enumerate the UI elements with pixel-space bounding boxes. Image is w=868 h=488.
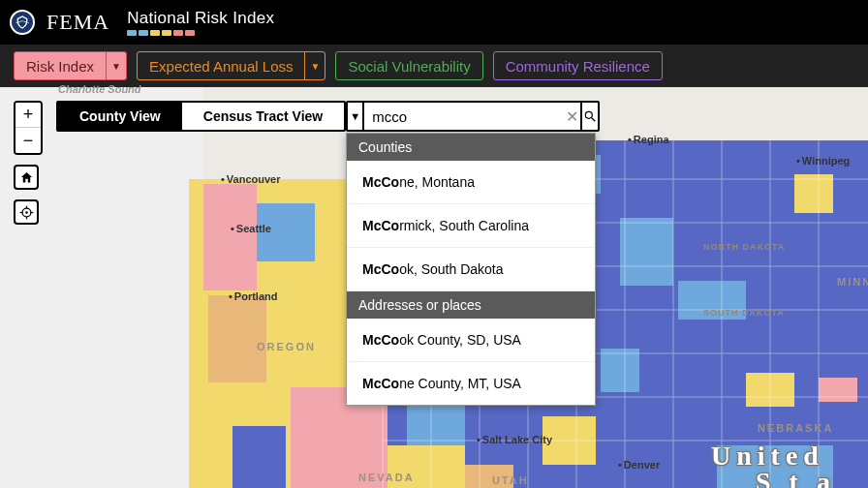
home-icon: [19, 170, 34, 185]
svg-line-46: [592, 118, 596, 122]
home-extent-button[interactable]: [14, 165, 39, 190]
suggestion-item[interactable]: McCook, South Dakota: [347, 248, 595, 291]
search-container: ▼ ✕ Counties McCone, Montana McCormick, …: [346, 101, 600, 132]
suggestion-item[interactable]: McCormick, South Carolina: [347, 204, 595, 248]
community-resilience-button[interactable]: Community Resilience: [493, 51, 663, 80]
map-label: Salt Lake City: [477, 434, 552, 445]
zoom-control: + −: [14, 101, 43, 155]
risk-index-button[interactable]: Risk Index ▼: [14, 51, 127, 80]
expected-annual-loss-button[interactable]: Expected Annual Loss ▼: [137, 51, 326, 80]
zoom-out-button[interactable]: −: [16, 128, 41, 153]
layer-navbar: Risk Index ▼ Expected Annual Loss ▼ Soci…: [0, 45, 868, 87]
search-input[interactable]: [364, 103, 564, 130]
app-header: FEMA National Risk Index: [0, 0, 868, 45]
map-label: Portland: [229, 290, 277, 302]
locate-icon: [19, 205, 34, 220]
suggestion-item[interactable]: McCook County, SD, USA: [347, 319, 595, 362]
search-suggestions: Counties McCone, Montana McCormick, Sout…: [346, 133, 596, 406]
map-label: OREGON: [257, 341, 316, 352]
svg-rect-14: [819, 378, 857, 402]
locate-button[interactable]: [14, 199, 39, 225]
svg-rect-12: [794, 174, 833, 213]
map-label: UTAH: [492, 474, 529, 486]
map-label: Regina: [628, 134, 669, 145]
svg-rect-19: [601, 349, 639, 392]
svg-rect-5: [208, 295, 266, 382]
map-country-label: S t a: [756, 467, 836, 488]
search-button[interactable]: [580, 103, 598, 130]
map-label: Charlotte Sound: [58, 83, 141, 95]
svg-point-40: [25, 211, 28, 214]
map-label: Denver: [618, 459, 660, 471]
census-tract-view-tab[interactable]: Census Tract View: [182, 103, 344, 130]
county-view-tab[interactable]: County View: [58, 103, 182, 130]
view-toggle: County View Census Tract View: [56, 101, 346, 132]
suggestion-item[interactable]: McCone, Montana: [347, 161, 595, 204]
svg-rect-4: [203, 184, 257, 290]
svg-rect-11: [620, 218, 673, 286]
svg-rect-8: [232, 426, 286, 488]
map-label: MINNE: [837, 276, 868, 288]
clear-search-button[interactable]: ✕: [564, 103, 579, 130]
suggestion-section-header: Addresses or places: [347, 291, 595, 319]
social-vulnerability-button[interactable]: Social Vulnerability: [335, 51, 482, 80]
agency-name: FEMA: [46, 10, 109, 35]
caret-down-icon[interactable]: ▼: [107, 61, 126, 72]
map-label: Vancouver: [221, 173, 281, 185]
map-label: Winnipeg: [796, 155, 850, 167]
suggestion-item[interactable]: McCone County, MT, USA: [347, 362, 595, 405]
map-label: SOUTH DAKOTA: [703, 309, 785, 319]
app-title: National Risk Index: [127, 9, 274, 28]
suggestion-section-header: Counties: [347, 134, 595, 161]
map-label: NORTH DAKOTA: [703, 243, 785, 253]
search-icon: [583, 109, 597, 123]
map-label: NEVADA: [358, 472, 415, 483]
map-canvas[interactable]: Charlotte Sound Vancouver Seattle Portla…: [0, 87, 868, 488]
map-label: NEBRASKA: [758, 422, 833, 434]
legend-dots: [127, 30, 274, 36]
fema-seal-icon: [10, 10, 35, 35]
svg-point-45: [585, 111, 592, 118]
caret-down-icon[interactable]: ▼: [305, 61, 325, 72]
zoom-in-button[interactable]: +: [16, 103, 41, 128]
map-label: Seattle: [231, 223, 271, 234]
search-source-caret[interactable]: ▼: [348, 103, 364, 130]
